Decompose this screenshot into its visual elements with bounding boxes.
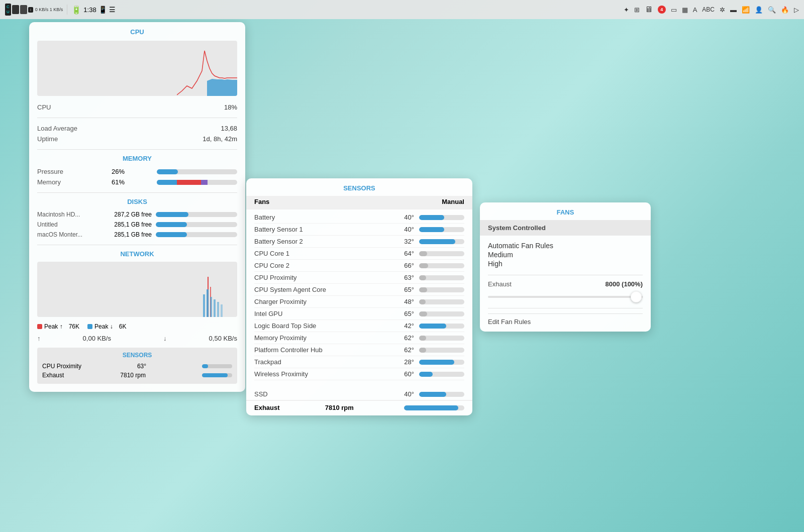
svg-rect-7: [217, 302, 219, 317]
sensor-battery: Battery 40°: [254, 211, 464, 224]
cpu-indicator: CU: [5, 4, 11, 15]
ssd-section-label: [246, 382, 472, 388]
svg-rect-3: [203, 294, 205, 317]
sensors-panel: SENSORS Fans Manual Battery 40° Battery …: [246, 178, 472, 415]
slider-track: [488, 296, 643, 298]
exhaust-label-sensors: Exhaust: [254, 404, 280, 411]
battery-menu-icon[interactable]: ▬: [730, 6, 737, 14]
sensor-intel-gpu: Intel GPU 65°: [254, 308, 464, 320]
bluetooth-icon[interactable]: ✲: [720, 6, 725, 14]
edit-fan-rules[interactable]: Edit Fan Rules: [488, 313, 643, 326]
fan-speed-slider[interactable]: [488, 292, 643, 302]
network-title: NETWORK: [37, 250, 237, 258]
svg-rect-6: [214, 299, 216, 317]
apps-icon[interactable]: ✦: [624, 6, 629, 14]
display-icon[interactable]: ▭: [671, 6, 677, 14]
menubar-right: ✦ ⊞ 🖥 4 ▭ ▦ A ABC ✲ ▬ 📶 👤 🔍 🔥 ▷: [624, 5, 799, 14]
sensor-cpu-agent: CPU System Agent Core 65°: [254, 284, 464, 296]
cpu-panel: CPU CPU 18% Load Average 13,68 Uptime 1d…: [29, 22, 245, 392]
abc-label: ABC: [702, 6, 715, 13]
cpu-prox-sensor-row: CPU Proximity 63°: [42, 362, 232, 371]
load-avg-row: Load Average 13,68: [37, 123, 237, 134]
memory-row: Memory 61%: [37, 177, 237, 187]
peak-up-dot: [37, 324, 42, 329]
system-controlled: System Controlled: [480, 220, 651, 236]
exhaust-label: Exhaust: [488, 280, 512, 288]
svg-marker-0: [207, 79, 237, 96]
sensor-battery-1: Battery Sensor 1 40°: [254, 224, 464, 236]
peak-down-dot: [87, 324, 92, 329]
sensors-bottom-title: SENSORS: [42, 352, 232, 359]
mem-indicator: [12, 5, 19, 14]
sensors-exhaust-row: Exhaust 7810 rpm: [246, 400, 472, 415]
svg-rect-5: [210, 297, 212, 317]
font-icon[interactable]: A: [693, 6, 697, 14]
phone-icon: 📱: [98, 6, 107, 14]
sensor-charger-prox: Charger Proximity 48°: [254, 296, 464, 308]
peak-row: Peak ↑ 76K Peak ↓ 6K: [37, 323, 237, 330]
notification-badge[interactable]: 4: [658, 6, 666, 14]
auto-fan-rules[interactable]: Automatic Fan Rules: [488, 242, 643, 250]
slider-thumb[interactable]: [631, 291, 642, 302]
net-icon: ↕: [28, 7, 33, 13]
exhaust-value-sensors: 7810 rpm: [325, 404, 354, 411]
barcode-icon[interactable]: ▦: [682, 6, 688, 14]
sensor-trackpad: Trackpad 28°: [254, 356, 464, 368]
sensor-memory-prox: Memory Proximity 62°: [254, 332, 464, 344]
memory-title: MEMORY: [37, 155, 237, 162]
up-rate-row: ↑ 0,00 KB/s ↓ 0,50 KB/s: [37, 333, 237, 344]
pressure-row: Pressure 26%: [37, 166, 237, 177]
fans-panel: FANS System Controlled Automatic Fan Rul…: [480, 202, 651, 332]
fans-label: Fans: [254, 198, 269, 205]
sensor-cpu-prox: CPU Proximity 63°: [254, 272, 464, 284]
exhaust-value: 8000 (100%): [606, 280, 643, 288]
sensor-cpu-core1: CPU Core 1 64°: [254, 248, 464, 260]
menubar: CU ↕ 0 KB/s 1 KB/s 🔋 1:38 📱 ☰ ✦ ⊞ 🖥 4 ▭ …: [0, 0, 804, 19]
disk-row-1: Untitled 285,1 GB free: [37, 220, 237, 230]
fans-medium[interactable]: Medium: [488, 251, 643, 259]
exhaust-sensor-row: Exhaust 7810 rpm: [42, 371, 232, 380]
fans-title: FANS: [480, 202, 651, 220]
disk-row-2: macOS Monter... 285,1 GB free: [37, 230, 237, 240]
fans-value: Manual: [442, 198, 464, 205]
exhaust-row: Exhaust 8000 (100%): [488, 280, 643, 288]
cpu-graph: [37, 41, 237, 96]
disks-title: DISKS: [37, 198, 237, 205]
uptime-row: Uptime 1d, 8h, 42m: [37, 134, 237, 144]
monitor-icon[interactable]: 🖥: [645, 5, 653, 14]
menubar-time: 1:38: [83, 6, 96, 14]
sensors-table: Battery 40° Battery Sensor 1 40° Battery…: [246, 209, 472, 382]
cpu-stat-row: CPU 18%: [37, 102, 237, 113]
layers-icon[interactable]: ⊞: [634, 6, 640, 14]
user-icon[interactable]: 👤: [755, 6, 763, 14]
svg-rect-4: [207, 289, 209, 317]
flame-icon[interactable]: 🔥: [781, 6, 789, 14]
battery-icon: 🔋: [71, 5, 81, 15]
search-icon[interactable]: 🔍: [768, 6, 776, 14]
sensors-fans-row: Fans Manual: [246, 196, 472, 209]
sensor-ssd: SSD 40°: [246, 388, 472, 400]
wifi-icon[interactable]: 📶: [742, 6, 750, 14]
sensor-cpu-core2: CPU Core 2 66°: [254, 260, 464, 272]
sensor-battery-2: Battery Sensor 2 32°: [254, 236, 464, 248]
ssd-indicator: [20, 5, 27, 14]
play-icon[interactable]: ▷: [794, 6, 799, 14]
sensors-panel-title: SENSORS: [246, 178, 472, 196]
net-stats: 0 KB/s 1 KB/s: [35, 7, 63, 13]
fans-high[interactable]: High: [488, 260, 643, 268]
menubar-left: CU ↕ 0 KB/s 1 KB/s 🔋 1:38 📱 ☰: [5, 4, 116, 15]
list-icon: ☰: [109, 6, 116, 14]
fans-body: Automatic Fan Rules Medium High Exhaust …: [480, 236, 651, 332]
svg-rect-8: [221, 304, 223, 317]
sensors-bottom: SENSORS CPU Proximity 63° Exhaust 7810 r…: [37, 348, 237, 384]
cpu-title: CPU: [37, 28, 237, 36]
sensor-logic-board: Logic Board Top Side 42°: [254, 320, 464, 332]
sensor-pch: Platform Controller Hub 62°: [254, 344, 464, 356]
network-graph: [37, 262, 237, 317]
disk-row-0: Macintosh HD... 287,2 GB free: [37, 209, 237, 220]
sensor-wireless-prox: Wireless Proximity 60°: [254, 368, 464, 380]
